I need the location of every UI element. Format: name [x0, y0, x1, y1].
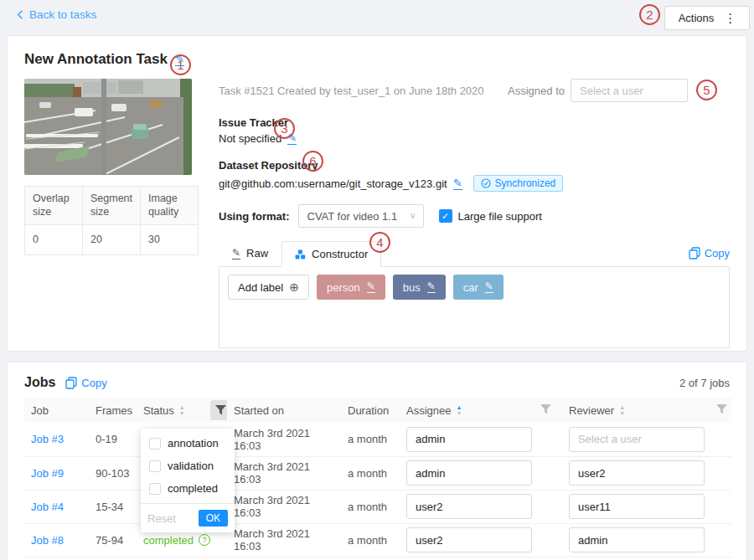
duration-value: a month [348, 501, 387, 513]
reviewer-sort-control[interactable]: ▲ ▼ [619, 405, 625, 416]
label-constructor-area: Add label ⊕ person ✎ bus ✎ car ✎ [219, 267, 730, 348]
reviewer-input[interactable] [569, 460, 705, 486]
started-value: March 3rd 2021 16:03 [234, 527, 310, 552]
checkbox[interactable] [149, 460, 161, 472]
param-header-segment: Segment size [83, 187, 141, 225]
table-row: Job #9 90-103 March 3rd 2021 16:03 a mon… [24, 456, 731, 490]
tab-raw[interactable]: ✎ Raw [219, 240, 281, 266]
column-header-reviewer: Reviewer ▲ ▼ [562, 398, 710, 423]
large-file-support-checkbox[interactable]: ✓ [439, 209, 452, 223]
question-circle-icon: ? [199, 534, 210, 546]
filter-funnel-icon[interactable] [540, 404, 551, 414]
label-chip-bus-name: bus [403, 281, 421, 294]
reviewer-input[interactable] [569, 494, 705, 519]
sync-badge-label: Synchronized [495, 177, 556, 189]
filter-funnel-icon[interactable] [716, 404, 727, 414]
filter-option-validation[interactable]: validation [141, 455, 235, 477]
caret-down-icon: ▼ [179, 411, 185, 416]
job-link[interactable]: Job #9 [31, 467, 64, 480]
filter-ok-button[interactable]: OK [199, 510, 228, 527]
copy-icon [65, 377, 77, 389]
chevron-left-icon [15, 9, 26, 20]
duration-value: a month [348, 467, 387, 480]
table-row: Job #3 0-19 March 3rd 2021 16:03 a month [24, 423, 731, 456]
copy-labels-button[interactable]: Copy [689, 247, 730, 259]
export-format-select[interactable]: CVAT for video 1.1 ∨ [298, 204, 424, 228]
assignee-input[interactable] [406, 427, 532, 452]
label-chip-person: person ✎ [317, 275, 385, 300]
assigned-to-input[interactable] [571, 79, 688, 102]
caret-up-icon: ▲ [456, 405, 462, 410]
table-row: Job #4 15-34 March 3rd 2021 16:03 a mont… [24, 490, 731, 523]
duration-value: a month [348, 433, 387, 445]
label-chip-bus: bus ✎ [393, 275, 446, 300]
using-format-label: Using format: [219, 210, 290, 223]
filter-option-completed[interactable]: completed [141, 477, 235, 500]
caret-down-icon: ▼ [456, 411, 462, 416]
large-file-support-label: Large file support [458, 210, 542, 223]
edit-label-person-icon[interactable]: ✎ [367, 281, 375, 293]
label-chip-person-name: person [327, 281, 360, 294]
param-header-quality: Image quality [141, 187, 199, 225]
column-header-frames: Frames [89, 398, 137, 423]
label-chip-car: car ✎ [453, 275, 504, 300]
duration-value: a month [348, 534, 387, 547]
frames-value: 90-103 [96, 467, 129, 480]
column-header-reviewer-filter [710, 398, 731, 423]
assignee-input[interactable] [406, 494, 532, 519]
actions-button[interactable]: Actions ⋮ [664, 6, 750, 30]
column-header-job: Job [24, 398, 89, 423]
task-details-card: New Annotation Task ✎ [7, 35, 747, 352]
filter-option-annotation[interactable]: annotation [141, 432, 235, 455]
dataset-repository-label: Dataset Repository [219, 159, 730, 172]
issue-tracker-label: Issue Tracker [219, 116, 730, 129]
column-header-started: Started on [227, 398, 341, 423]
tab-constructor[interactable]: Constructor [281, 241, 381, 267]
job-link[interactable]: Job #3 [31, 433, 64, 445]
actions-button-label: Actions [679, 12, 715, 24]
chevron-down-icon: ∨ [409, 210, 416, 221]
tab-raw-label: Raw [246, 247, 268, 259]
reviewer-input[interactable] [569, 527, 705, 552]
checkbox[interactable] [149, 438, 161, 450]
assignee-sort-control[interactable]: ▲ ▼ [456, 405, 462, 416]
assignee-input[interactable] [406, 460, 532, 486]
edit-label-bus-icon[interactable]: ✎ [427, 281, 436, 293]
started-value: March 3rd 2021 16:03 [234, 460, 310, 486]
assignee-input[interactable] [406, 527, 532, 552]
status-filter-dropdown: annotation validation completed Reset OK [141, 429, 235, 532]
caret-up-icon: ▲ [179, 405, 185, 410]
param-value-segment: 20 [83, 224, 141, 254]
copy-icon [689, 247, 700, 259]
page-title: New Annotation Task [24, 51, 168, 68]
sync-status-badge: Synchronized [473, 175, 564, 192]
filter-funnel-icon [215, 405, 226, 415]
frames-value: 75-94 [96, 534, 123, 547]
column-header-status-filter [204, 398, 227, 423]
reviewer-input[interactable] [569, 427, 705, 452]
add-label-button-label: Add label [238, 281, 283, 294]
edit-icon: ✎ [232, 248, 240, 259]
job-link[interactable]: Job #8 [31, 534, 64, 547]
callout-6: 6 [302, 151, 323, 172]
copy-jobs-button[interactable]: Copy [65, 377, 106, 389]
checkbox[interactable] [149, 483, 161, 495]
caret-down-icon: ▼ [619, 411, 625, 416]
status-sort-control[interactable]: ▲ ▼ [179, 405, 185, 416]
jobs-count: 2 of 7 jobs [679, 377, 730, 389]
callout-5: 5 [696, 80, 717, 100]
back-link-label: Back to tasks [29, 8, 96, 21]
edit-label-car-icon[interactable]: ✎ [485, 281, 493, 293]
add-label-button[interactable]: Add label ⊕ [228, 275, 309, 300]
status-badge: completed ? [143, 534, 210, 547]
edit-repository-icon[interactable]: ✎ [453, 177, 462, 190]
back-to-tasks-link[interactable]: Back to tasks [15, 8, 96, 21]
copy-labels-label: Copy [705, 247, 730, 259]
table-row: Job #8 75-94 completed ? March 3rd 2021 … [24, 523, 731, 557]
column-header-duration: Duration [341, 398, 400, 423]
jobs-heading: Jobs [24, 375, 55, 390]
label-chip-car-name: car [463, 281, 478, 294]
job-link[interactable]: Job #4 [31, 501, 64, 513]
dataset-repository-url[interactable]: git@github.com:username/git_storage_v123… [219, 177, 447, 190]
filter-reset-button[interactable]: Reset [147, 512, 176, 525]
